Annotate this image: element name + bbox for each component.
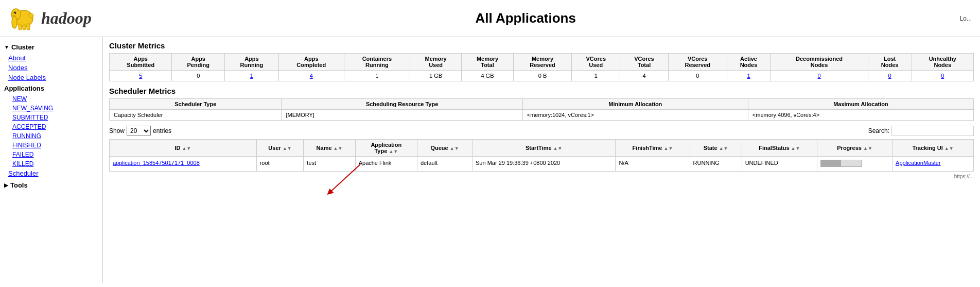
- sidebar-item-finished[interactable]: FINISHED: [0, 141, 102, 150]
- svg-point-8: [28, 13, 33, 18]
- state-sort-icon: ▲▼: [719, 146, 728, 151]
- sidebar-item-nodes[interactable]: Nodes: [0, 63, 102, 73]
- cluster-section-header[interactable]: ▼ Cluster: [0, 41, 102, 53]
- sidebar-item-node-labels[interactable]: Node Labels: [0, 73, 102, 82]
- svg-rect-5: [19, 25, 22, 30]
- starttime-sort-icon: ▲▼: [553, 146, 563, 151]
- val-lost-nodes: 0: [868, 71, 912, 81]
- sidebar-item-accepted[interactable]: ACCEPTED: [0, 122, 102, 131]
- user-sort-icon: ▲▼: [283, 146, 292, 151]
- col-final-status[interactable]: FinalStatus ▲▼: [742, 140, 817, 157]
- col-memory-reserved: MemoryReserved: [513, 54, 572, 71]
- sidebar-item-about[interactable]: About: [0, 53, 102, 63]
- col-active-nodes: ActiveNodes: [727, 54, 771, 71]
- logo-text: hadoop: [41, 9, 92, 28]
- col-apps-pending: AppsPending: [172, 54, 225, 71]
- col-start-time[interactable]: StartTime ▲▼: [472, 140, 616, 157]
- id-sort-icon: ▲▼: [182, 146, 191, 151]
- page-title: All Applications: [92, 10, 960, 26]
- app-progress-cell: [817, 157, 892, 172]
- sched-val-max: <memory:4096, vCores:4>: [748, 110, 973, 121]
- col-memory-total: MemoryTotal: [462, 54, 513, 71]
- cluster-metrics-table: AppsSubmitted AppsPending AppsRunning Ap…: [109, 53, 974, 81]
- svg-point-2: [12, 16, 17, 28]
- sidebar: ▼ Cluster About Nodes Node Labels Applic…: [0, 37, 103, 283]
- app-id-cell: application_1585475017171_0008: [110, 157, 257, 172]
- table-controls: Show 20 50 100 entries Search:: [109, 126, 974, 136]
- show-label: Show: [109, 127, 125, 134]
- finalstatus-sort-icon: ▲▼: [791, 146, 800, 151]
- svg-line-10: [329, 164, 360, 193]
- sidebar-item-submitted[interactable]: SUBMITTED: [0, 113, 102, 122]
- svg-point-4: [11, 13, 15, 16]
- search-label: Search:: [868, 127, 889, 134]
- hadoop-elephant-icon: [8, 4, 39, 32]
- col-vcores-used: VCoresUsed: [572, 54, 620, 71]
- sidebar-item-new-saving[interactable]: NEW_SAVING: [0, 104, 102, 113]
- val-containers-running: 1: [344, 71, 410, 81]
- sched-col-resource: Scheduling Resource Type: [282, 99, 522, 110]
- cluster-arrow-icon: ▼: [4, 44, 9, 50]
- col-vcores-reserved: VCoresReserved: [668, 54, 727, 71]
- app-name-value: test: [307, 160, 316, 166]
- cluster-label: Cluster: [11, 43, 34, 51]
- col-queue[interactable]: Queue ▲▼: [417, 140, 472, 157]
- finishtime-sort-icon: ▲▼: [664, 146, 673, 151]
- top-right-label: Lo...: [960, 15, 972, 22]
- tracking-url-hint: https://...: [109, 174, 974, 179]
- col-app-type[interactable]: ApplicationType ▲▼: [355, 140, 417, 157]
- sched-col-type: Scheduler Type: [110, 99, 282, 110]
- show-entries-area: Show 20 50 100 entries: [109, 126, 171, 136]
- sidebar-item-failed[interactable]: FAILED: [0, 150, 102, 159]
- name-sort-icon: ▲▼: [334, 146, 343, 151]
- sidebar-item-new[interactable]: NEW: [0, 94, 102, 104]
- app-tracking-ui-link[interactable]: ApplicationMaster: [896, 160, 940, 166]
- sched-val-type: Capacity Scheduler: [110, 110, 282, 121]
- tools-label: Tools: [10, 181, 28, 189]
- col-user[interactable]: User ▲▼: [256, 140, 304, 157]
- tools-arrow-icon: ▶: [4, 182, 8, 188]
- sched-val-min: <memory:1024, vCores:1>: [522, 110, 748, 121]
- entries-label: entries: [153, 127, 171, 134]
- main-layout: ▼ Cluster About Nodes Node Labels Applic…: [0, 37, 980, 283]
- trackingui-sort-icon: ▲▼: [944, 146, 954, 151]
- val-vcores-total: 4: [620, 71, 669, 81]
- app-id-link[interactable]: application_1585475017171_0008: [113, 160, 200, 166]
- col-containers-running: ContainersRunning: [344, 54, 410, 71]
- svg-rect-7: [27, 24, 30, 30]
- col-unhealthy-nodes: UnhealthyNodes: [912, 54, 974, 71]
- tools-section-header[interactable]: ▶ Tools: [0, 178, 102, 192]
- sched-val-resource: [MEMORY]: [282, 110, 522, 121]
- col-name[interactable]: Name ▲▼: [304, 140, 355, 157]
- app-final-status-cell: UNDEFINED: [742, 157, 817, 172]
- sidebar-item-scheduler[interactable]: Scheduler: [0, 168, 102, 178]
- progress-bar-fill: [821, 160, 841, 166]
- col-decommissioned-nodes: DecommissionedNodes: [771, 54, 868, 71]
- logo-area: hadoop: [8, 4, 92, 32]
- progress-sort-icon: ▲▼: [863, 146, 872, 151]
- app-user-cell: root: [256, 157, 304, 172]
- header: hadoop All Applications Lo...: [0, 0, 980, 37]
- content-area: Cluster Metrics AppsSubmitted AppsPendin…: [103, 37, 980, 283]
- cluster-metrics-data-row: 5 0 1 4 1 1 GB 4 GB 0 B 1 4 0 1 0 0 0: [110, 71, 974, 81]
- search-area: Search:: [868, 126, 974, 136]
- col-state[interactable]: State ▲▼: [690, 140, 742, 157]
- col-tracking-ui[interactable]: Tracking UI ▲▼: [892, 140, 974, 157]
- col-id[interactable]: ID ▲▼: [110, 140, 257, 157]
- val-apps-submitted: 5: [110, 71, 172, 81]
- apps-table-wrapper: ID ▲▼ User ▲▼ Name ▲▼ ApplicationType ▲▼…: [109, 139, 974, 172]
- scheduler-metrics-table: Scheduler Type Scheduling Resource Type …: [109, 98, 974, 121]
- scheduler-metrics-title: Scheduler Metrics: [109, 87, 974, 95]
- red-arrow-annotation: [319, 162, 365, 198]
- search-input[interactable]: [891, 126, 974, 136]
- apptype-sort-icon: ▲▼: [389, 149, 398, 154]
- col-finish-time[interactable]: FinishTime ▲▼: [616, 140, 690, 157]
- show-entries-select[interactable]: 20 50 100: [127, 126, 151, 136]
- sched-col-min: Minimum Allocation: [522, 99, 748, 110]
- scheduler-metrics-data-row: Capacity Scheduler [MEMORY] <memory:1024…: [110, 110, 974, 121]
- val-vcores-used: 1: [572, 71, 620, 81]
- sidebar-item-killed[interactable]: KILLED: [0, 159, 102, 168]
- sidebar-item-running[interactable]: RUNNING: [0, 131, 102, 141]
- col-progress[interactable]: Progress ▲▼: [817, 140, 892, 157]
- app-state-cell: RUNNING: [690, 157, 742, 172]
